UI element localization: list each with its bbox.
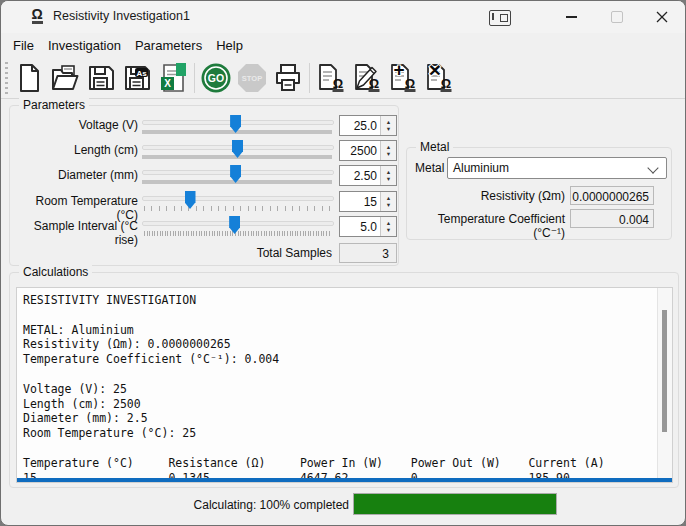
- close-button[interactable]: [645, 1, 679, 33]
- toolbar-separator: [309, 63, 310, 93]
- minimize-icon: [566, 16, 577, 18]
- delete-investigation-button[interactable]: Ω ×: [421, 60, 457, 96]
- excel-x-badge: X: [164, 78, 171, 89]
- edit-investigation-button[interactable]: Ω: [349, 60, 385, 96]
- spin-down-icon[interactable]: ▼: [386, 176, 391, 183]
- app-omega-glyph: Ω: [28, 7, 46, 21]
- temperature-coefficient-value: 0.004: [570, 209, 654, 228]
- room-temperature-row: Room Temperature (°C) 15 ▲▼: [10, 191, 398, 215]
- spin-up-icon[interactable]: ▲: [386, 119, 391, 126]
- title-bar: Ω Resistivity Investigation1: [1, 1, 685, 33]
- diameter-spinbox[interactable]: 2.50 ▲▼: [339, 165, 397, 186]
- go-icon: GO: [199, 61, 233, 95]
- export-excel-button[interactable]: X: [155, 60, 191, 96]
- calculations-horizontal-scrollbar[interactable]: [17, 478, 672, 482]
- diameter-label: Diameter (mm): [14, 168, 138, 182]
- progress-bar: [353, 493, 557, 515]
- omega-glyph: Ω: [405, 76, 415, 91]
- stop-icon: STOP: [235, 61, 269, 95]
- sample-interval-value: 5.0: [340, 217, 380, 236]
- spin-up-icon[interactable]: ▲: [386, 220, 391, 227]
- toolbar-separator: [194, 63, 195, 93]
- menu-parameters[interactable]: Parameters: [128, 35, 209, 56]
- room-temperature-slider[interactable]: [142, 191, 332, 215]
- total-samples-row: Total Samples 3: [10, 243, 398, 267]
- calculations-textbox[interactable]: RESISTIVITY INVESTIGATION METAL: Alumini…: [16, 287, 673, 483]
- go-button[interactable]: GO: [198, 60, 234, 96]
- spin-down-icon[interactable]: ▼: [386, 126, 391, 133]
- length-slider[interactable]: [142, 140, 332, 164]
- save-as-badge: As: [136, 69, 147, 78]
- calculations-text: RESISTIVITY INVESTIGATION METAL: Alumini…: [17, 288, 672, 483]
- add-investigation-button[interactable]: Ω +: [385, 60, 421, 96]
- omega-glyph: Ω: [441, 76, 451, 91]
- slider-track[interactable]: [142, 196, 334, 201]
- close-icon: [656, 11, 668, 23]
- diameter-slider[interactable]: [142, 165, 332, 189]
- total-samples-value: 3: [339, 243, 397, 263]
- slider-ticks: [144, 231, 330, 236]
- spin-up-icon[interactable]: ▲: [386, 195, 391, 202]
- voltage-slider[interactable]: [142, 115, 332, 139]
- metal-group-title: Metal: [416, 140, 453, 154]
- spin-down-icon[interactable]: ▼: [386, 227, 391, 234]
- sample-interval-slider[interactable]: [142, 216, 332, 240]
- spin-down-icon[interactable]: ▼: [386, 151, 391, 158]
- chevron-down-icon: [647, 162, 658, 173]
- toolbar-grip[interactable]: [5, 62, 8, 95]
- voltage-spinbox[interactable]: 25.0 ▲▼: [339, 115, 397, 136]
- app-omega-icon: Ω: [28, 7, 46, 27]
- save-as-icon: As: [120, 61, 154, 95]
- metal-selected-value: Aluminium: [453, 161, 509, 175]
- total-samples-label: Total Samples: [160, 246, 332, 260]
- plus-icon: +: [393, 61, 404, 80]
- voltage-label: Voltage (V): [14, 118, 138, 132]
- length-spinbox[interactable]: 2500 ▲▼: [339, 140, 397, 161]
- calculations-group: Calculations RESISTIVITY INVESTIGATION M…: [9, 272, 679, 488]
- sample-interval-spinbox[interactable]: 5.0 ▲▼: [339, 216, 397, 237]
- save-as-button[interactable]: As: [119, 60, 155, 96]
- open-folder-icon: [48, 61, 82, 95]
- document-omega-icon: Ω: [314, 61, 348, 95]
- menu-investigation[interactable]: Investigation: [41, 35, 128, 56]
- scrollbar-thumb[interactable]: [662, 310, 667, 432]
- metal-group: Metal Metal Aluminium Resistivity (Ωm) 0…: [406, 147, 672, 240]
- room-temperature-value: 15: [340, 192, 380, 211]
- length-row: Length (cm) 2500 ▲▼: [10, 140, 398, 164]
- input-indicator-icon[interactable]: [489, 10, 511, 26]
- new-investigation-button[interactable]: [11, 60, 47, 96]
- room-temperature-spinbox[interactable]: 15 ▲▼: [339, 191, 397, 212]
- voltage-value: 25.0: [340, 116, 380, 135]
- stop-button[interactable]: STOP: [234, 60, 270, 96]
- spin-down-icon[interactable]: ▼: [386, 202, 391, 209]
- spin-up-icon[interactable]: ▲: [386, 169, 391, 176]
- menu-file[interactable]: File: [6, 35, 41, 56]
- save-button[interactable]: [83, 60, 119, 96]
- calculations-vertical-scrollbar[interactable]: [657, 288, 672, 478]
- slider-ticks: [144, 206, 334, 211]
- spin-up-icon[interactable]: ▲: [386, 144, 391, 151]
- menu-bar: File Investigation Parameters Help: [1, 33, 686, 58]
- metal-combobox[interactable]: Aluminium: [447, 157, 667, 179]
- print-button[interactable]: [270, 60, 306, 96]
- omega-glyph: Ω: [333, 76, 343, 91]
- minimize-button[interactable]: [554, 1, 588, 33]
- maximize-button[interactable]: [600, 1, 634, 33]
- progress-bar-fill: [354, 494, 556, 514]
- new-document-icon: [12, 61, 46, 95]
- open-investigation-button[interactable]: [47, 60, 83, 96]
- menu-help[interactable]: Help: [209, 35, 250, 56]
- maximize-icon: [611, 11, 623, 23]
- temperature-coefficient-label: Temperature Coefficient (°C⁻¹): [407, 212, 565, 240]
- app-window: Ω Resistivity Investigation1 File Invest…: [0, 0, 686, 526]
- excel-export-icon: X: [156, 61, 190, 95]
- calculations-group-title: Calculations: [19, 265, 92, 279]
- view-investigation-button[interactable]: Ω: [313, 60, 349, 96]
- document-omega-add-icon: Ω +: [386, 61, 420, 95]
- length-label: Length (cm): [14, 143, 138, 157]
- go-label: GO: [208, 72, 224, 84]
- resistivity-label: Resistivity (Ωm): [407, 189, 565, 203]
- stop-label: STOP: [242, 74, 262, 83]
- save-floppy-icon: [84, 61, 118, 95]
- window-title: Resistivity Investigation1: [53, 9, 190, 23]
